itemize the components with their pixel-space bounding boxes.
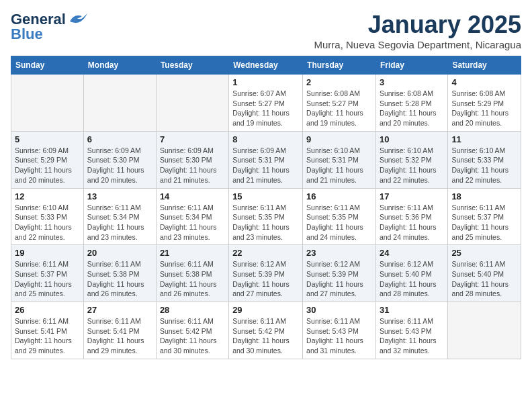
- calendar-cell: 6Sunrise: 6:09 AMSunset: 5:30 PMDaylight…: [83, 131, 156, 188]
- day-info: Sunrise: 6:08 AMSunset: 5:28 PMDaylight:…: [380, 89, 444, 128]
- calendar-cell: [83, 75, 156, 132]
- calendar-cell: 27Sunrise: 6:11 AMSunset: 5:41 PMDayligh…: [83, 302, 156, 359]
- day-number: 8: [232, 134, 299, 144]
- day-info: Sunrise: 6:11 AMSunset: 5:37 PMDaylight:…: [15, 259, 80, 299]
- calendar-table: SundayMondayTuesdayWednesdayThursdayFrid…: [11, 56, 521, 359]
- calendar-cell: 18Sunrise: 6:11 AMSunset: 5:37 PMDayligh…: [448, 188, 521, 245]
- calendar-cell: 1Sunrise: 6:07 AMSunset: 5:27 PMDaylight…: [229, 75, 303, 132]
- calendar-cell: 2Sunrise: 6:08 AMSunset: 5:27 PMDaylight…: [303, 75, 376, 132]
- logo: General Blue: [11, 11, 87, 43]
- calendar-cell: 19Sunrise: 6:11 AMSunset: 5:37 PMDayligh…: [11, 245, 84, 302]
- day-info: Sunrise: 6:09 AMSunset: 5:29 PMDaylight:…: [15, 146, 80, 185]
- logo-blue: Blue: [11, 26, 43, 43]
- calendar-cell: [11, 75, 84, 132]
- day-number: 17: [380, 191, 444, 201]
- calendar-cell: 12Sunrise: 6:10 AMSunset: 5:33 PMDayligh…: [11, 188, 84, 245]
- calendar-cell: 5Sunrise: 6:09 AMSunset: 5:29 PMDaylight…: [11, 131, 84, 188]
- day-number: 24: [380, 248, 444, 258]
- day-number: 14: [160, 191, 225, 201]
- day-number: 18: [451, 191, 517, 201]
- day-number: 2: [306, 77, 372, 87]
- weekday-header-tuesday: Tuesday: [156, 56, 228, 75]
- calendar-cell: 29Sunrise: 6:11 AMSunset: 5:42 PMDayligh…: [229, 302, 303, 359]
- weekday-header-row: SundayMondayTuesdayWednesdayThursdayFrid…: [11, 56, 521, 75]
- calendar-cell: 30Sunrise: 6:11 AMSunset: 5:43 PMDayligh…: [303, 302, 376, 359]
- calendar-cell: 20Sunrise: 6:11 AMSunset: 5:38 PMDayligh…: [83, 245, 156, 302]
- day-info: Sunrise: 6:11 AMSunset: 5:41 PMDaylight:…: [15, 316, 80, 356]
- calendar-cell: 28Sunrise: 6:11 AMSunset: 5:42 PMDayligh…: [156, 302, 228, 359]
- calendar-cell: 16Sunrise: 6:11 AMSunset: 5:35 PMDayligh…: [303, 188, 376, 245]
- calendar-cell: 31Sunrise: 6:11 AMSunset: 5:43 PMDayligh…: [375, 302, 447, 359]
- day-info: Sunrise: 6:11 AMSunset: 5:40 PMDaylight:…: [451, 259, 517, 299]
- day-info: Sunrise: 6:11 AMSunset: 5:35 PMDaylight:…: [232, 203, 299, 242]
- day-number: 6: [87, 134, 152, 144]
- day-number: 16: [306, 191, 372, 201]
- calendar-cell: 13Sunrise: 6:11 AMSunset: 5:34 PMDayligh…: [83, 188, 156, 245]
- calendar-cell: 23Sunrise: 6:12 AMSunset: 5:39 PMDayligh…: [303, 245, 376, 302]
- day-number: 20: [87, 248, 152, 258]
- day-number: 19: [15, 248, 80, 258]
- day-info: Sunrise: 6:11 AMSunset: 5:34 PMDaylight:…: [87, 203, 152, 242]
- calendar-cell: 7Sunrise: 6:09 AMSunset: 5:30 PMDaylight…: [156, 131, 228, 188]
- page-header: General Blue January 2025 Murra, Nueva S…: [11, 11, 521, 50]
- day-info: Sunrise: 6:11 AMSunset: 5:42 PMDaylight:…: [160, 316, 225, 356]
- weekday-header-sunday: Sunday: [11, 56, 84, 75]
- calendar-cell: 24Sunrise: 6:12 AMSunset: 5:40 PMDayligh…: [375, 245, 447, 302]
- day-info: Sunrise: 6:12 AMSunset: 5:39 PMDaylight:…: [232, 259, 299, 299]
- day-info: Sunrise: 6:10 AMSunset: 5:32 PMDaylight:…: [380, 146, 444, 185]
- weekday-header-wednesday: Wednesday: [229, 56, 303, 75]
- day-info: Sunrise: 6:11 AMSunset: 5:36 PMDaylight:…: [380, 203, 444, 242]
- calendar-cell: 8Sunrise: 6:09 AMSunset: 5:31 PMDaylight…: [229, 131, 303, 188]
- day-number: 21: [160, 248, 225, 258]
- day-number: 9: [306, 134, 372, 144]
- day-number: 4: [451, 77, 517, 87]
- day-number: 5: [15, 134, 80, 144]
- day-number: 27: [87, 305, 152, 315]
- calendar-week-row: 1Sunrise: 6:07 AMSunset: 5:27 PMDaylight…: [11, 75, 521, 132]
- day-number: 3: [380, 77, 444, 87]
- day-info: Sunrise: 6:11 AMSunset: 5:41 PMDaylight:…: [87, 316, 152, 356]
- day-info: Sunrise: 6:10 AMSunset: 5:33 PMDaylight:…: [15, 203, 80, 242]
- day-number: 13: [87, 191, 152, 201]
- calendar-week-row: 12Sunrise: 6:10 AMSunset: 5:33 PMDayligh…: [11, 188, 521, 245]
- day-number: 25: [451, 248, 517, 258]
- calendar-cell: 17Sunrise: 6:11 AMSunset: 5:36 PMDayligh…: [375, 188, 447, 245]
- day-info: Sunrise: 6:11 AMSunset: 5:34 PMDaylight:…: [160, 203, 225, 242]
- calendar-cell: 4Sunrise: 6:08 AMSunset: 5:29 PMDaylight…: [448, 75, 521, 132]
- day-info: Sunrise: 6:11 AMSunset: 5:37 PMDaylight:…: [451, 203, 517, 242]
- location-title: Murra, Nueva Segovia Department, Nicarag…: [314, 39, 521, 50]
- day-info: Sunrise: 6:11 AMSunset: 5:38 PMDaylight:…: [87, 259, 152, 299]
- day-info: Sunrise: 6:10 AMSunset: 5:31 PMDaylight:…: [306, 146, 372, 185]
- day-info: Sunrise: 6:11 AMSunset: 5:42 PMDaylight:…: [232, 316, 299, 356]
- calendar-cell: 14Sunrise: 6:11 AMSunset: 5:34 PMDayligh…: [156, 188, 228, 245]
- calendar-cell: 25Sunrise: 6:11 AMSunset: 5:40 PMDayligh…: [448, 245, 521, 302]
- weekday-header-friday: Friday: [375, 56, 447, 75]
- calendar-cell: 3Sunrise: 6:08 AMSunset: 5:28 PMDaylight…: [375, 75, 447, 132]
- month-title: January 2025: [314, 11, 521, 39]
- day-number: 12: [15, 191, 80, 201]
- calendar-cell: 11Sunrise: 6:10 AMSunset: 5:33 PMDayligh…: [448, 131, 521, 188]
- calendar-cell: 10Sunrise: 6:10 AMSunset: 5:32 PMDayligh…: [375, 131, 447, 188]
- calendar-cell: [156, 75, 228, 132]
- day-info: Sunrise: 6:12 AMSunset: 5:39 PMDaylight:…: [306, 259, 372, 299]
- calendar-week-row: 26Sunrise: 6:11 AMSunset: 5:41 PMDayligh…: [11, 302, 521, 359]
- calendar-cell: 9Sunrise: 6:10 AMSunset: 5:31 PMDaylight…: [303, 131, 376, 188]
- calendar-cell: 22Sunrise: 6:12 AMSunset: 5:39 PMDayligh…: [229, 245, 303, 302]
- calendar-week-row: 5Sunrise: 6:09 AMSunset: 5:29 PMDaylight…: [11, 131, 521, 188]
- day-info: Sunrise: 6:08 AMSunset: 5:29 PMDaylight:…: [451, 89, 517, 128]
- day-number: 11: [451, 134, 517, 144]
- day-number: 31: [380, 305, 444, 315]
- day-number: 29: [232, 305, 299, 315]
- day-info: Sunrise: 6:09 AMSunset: 5:30 PMDaylight:…: [160, 146, 225, 185]
- day-number: 7: [160, 134, 225, 144]
- day-info: Sunrise: 6:09 AMSunset: 5:30 PMDaylight:…: [87, 146, 152, 185]
- logo-bird-icon: [67, 12, 87, 27]
- calendar-cell: 15Sunrise: 6:11 AMSunset: 5:35 PMDayligh…: [229, 188, 303, 245]
- calendar-week-row: 19Sunrise: 6:11 AMSunset: 5:37 PMDayligh…: [11, 245, 521, 302]
- calendar-cell: 21Sunrise: 6:11 AMSunset: 5:38 PMDayligh…: [156, 245, 228, 302]
- day-number: 1: [232, 77, 299, 87]
- weekday-header-saturday: Saturday: [448, 56, 521, 75]
- day-number: 26: [15, 305, 80, 315]
- title-block: January 2025 Murra, Nueva Segovia Depart…: [314, 11, 521, 50]
- day-info: Sunrise: 6:11 AMSunset: 5:43 PMDaylight:…: [306, 316, 372, 356]
